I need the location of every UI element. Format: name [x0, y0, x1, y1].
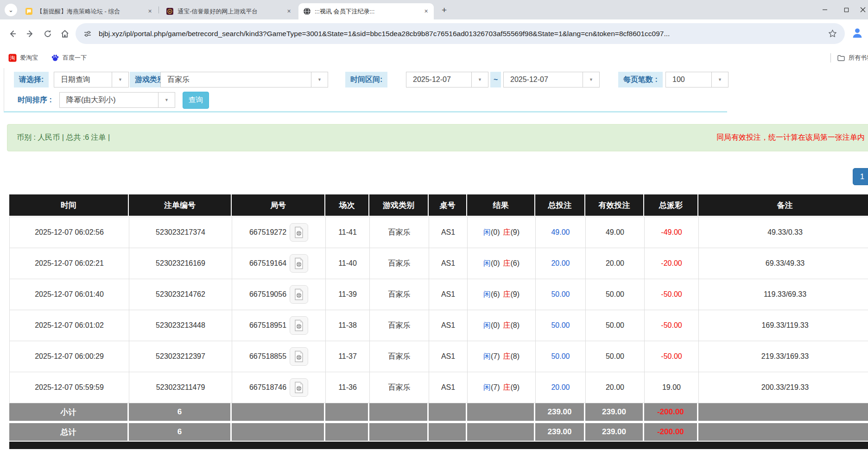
tab-close-icon[interactable]: × — [422, 7, 430, 15]
svg-text:淘: 淘 — [10, 55, 15, 61]
cell-round-id: 667519164 — [232, 248, 326, 279]
window-close-button[interactable] — [852, 0, 868, 19]
pagination-page-1[interactable]: 1 — [853, 168, 868, 185]
bookmark-aitaobao[interactable]: 淘 爱淘宝 — [8, 52, 38, 63]
cell-time: 2025-12-07 06:02:56 — [10, 217, 129, 248]
cell-valid-bet: 50.00 — [586, 279, 645, 310]
cell-total-bet[interactable]: 20.00 — [536, 248, 586, 279]
back-icon[interactable] — [6, 28, 19, 40]
column-header: 有效投注 — [585, 194, 644, 216]
date-from-select[interactable]: 2025-12-07 ▼ — [406, 72, 488, 87]
address-bar[interactable]: bjbj.xyz/ipl/portal.php/game/betrecord_s… — [76, 23, 845, 44]
tab-2[interactable]: 通宝-信誉最好的网上游戏平台 × — [161, 3, 297, 19]
player-result: 闲 — [483, 259, 491, 267]
subtotal-row-cell: 239.00 — [585, 403, 644, 421]
round-replay-button[interactable] — [290, 254, 308, 273]
tab-3-active[interactable]: :::视讯 会员下注纪录::: × — [298, 3, 434, 19]
cell-note: 119.33/69.33 — [699, 279, 868, 310]
bookmark-star-icon[interactable] — [828, 29, 837, 38]
chevron-down-icon[interactable]: ▼ — [112, 72, 128, 87]
date-from-value: 2025-12-07 — [413, 75, 451, 84]
cell-round-id: 667518951 — [232, 310, 326, 341]
cell-total-bet[interactable]: 50.00 — [536, 341, 586, 372]
cell-table-code: AS1 — [429, 279, 468, 310]
tab-close-icon[interactable]: × — [285, 7, 293, 15]
round-replay-button[interactable] — [290, 347, 308, 366]
tab-1[interactable]: 【新提醒】海燕策略论坛 - 综合 × — [20, 3, 158, 19]
home-icon[interactable] — [59, 28, 71, 40]
site-settings-tune-icon[interactable] — [83, 29, 92, 38]
forward-icon[interactable] — [24, 28, 36, 40]
subtotal-row: 小计6239.00239.00-200.00 — [9, 403, 868, 421]
cell-note: 200.33/219.33 — [699, 372, 868, 403]
cell-total-bet[interactable]: 50.00 — [536, 279, 586, 310]
bookmark-label: 爱淘宝 — [20, 54, 38, 62]
chevron-down-icon[interactable]: ▼ — [471, 72, 488, 87]
reload-icon[interactable] — [42, 28, 54, 40]
table-header-row: 时间注单编号局号场次游戏类别桌号结果总投注有效投注总派彩备注 — [9, 194, 868, 216]
round-replay-button[interactable] — [290, 285, 308, 304]
tab-close-icon[interactable]: × — [146, 7, 154, 15]
all-bookmarks-button[interactable]: 所有书签 — [837, 52, 868, 63]
subtotal-row-cell — [429, 403, 467, 421]
tab-search-chevron-icon[interactable]: ⌄ — [5, 4, 17, 16]
chevron-down-icon[interactable]: ▼ — [158, 93, 175, 107]
player-result: 闲 — [483, 321, 491, 329]
video-replay-icon — [294, 350, 304, 362]
round-replay-button[interactable] — [290, 316, 308, 335]
sort-select[interactable]: 降幂(由大到小) ▼ — [59, 92, 175, 108]
chevron-down-icon[interactable]: ▼ — [583, 72, 599, 87]
column-header: 备注 — [698, 194, 868, 216]
subtotal-row-cell — [369, 403, 429, 421]
banker-result: 庄 — [503, 228, 511, 236]
cell-time: 2025-12-07 06:00:29 — [10, 341, 129, 372]
table-row: 2025-12-07 06:01:02523023213448667518951… — [10, 310, 868, 341]
table-row: 2025-12-07 05:59:59523023211479667518746… — [10, 372, 868, 403]
total-row: 总计6239.00239.00-200.00 — [9, 423, 868, 441]
tab-title: :::视讯 会员下注纪录::: — [315, 7, 419, 16]
new-tab-button[interactable]: + — [438, 4, 450, 16]
subtotal-row-cell — [467, 403, 535, 421]
round-replay-button[interactable] — [290, 223, 308, 242]
all-bookmarks-label: 所有书签 — [849, 54, 868, 62]
column-header: 注单编号 — [129, 194, 232, 216]
cell-bet-id: 523023216169 — [129, 248, 232, 279]
game-type-select[interactable]: 百家乐 ▼ — [160, 72, 328, 87]
query-type-select[interactable]: 日期查询 ▼ — [54, 72, 129, 87]
forum-favicon-icon — [25, 7, 33, 15]
video-replay-icon — [294, 288, 304, 300]
bookmark-baidu[interactable]: 百度一下 — [51, 52, 87, 63]
cell-total-bet[interactable]: 20.00 — [536, 372, 586, 403]
page-size-select[interactable]: 100 ▼ — [665, 72, 729, 87]
banker-result: 庄 — [503, 383, 511, 391]
date-to-select[interactable]: 2025-12-07 ▼ — [503, 72, 600, 87]
cell-time: 2025-12-07 06:01:40 — [10, 279, 129, 310]
player-result: 闲 — [483, 228, 491, 236]
cell-result: 闲(0)庄(6) — [468, 248, 536, 279]
round-replay-button[interactable] — [290, 378, 308, 397]
cell-total-bet[interactable]: 49.00 — [536, 217, 586, 248]
search-button[interactable]: 查询 — [183, 92, 209, 109]
game-type-value: 百家乐 — [167, 75, 190, 85]
cell-result: 闲(0)庄(8) — [468, 310, 536, 341]
url-text[interactable]: bjbj.xyz/ipl/portal.php/game/betrecord_s… — [99, 30, 828, 38]
profile-avatar-icon[interactable] — [851, 26, 864, 39]
cell-total-bet[interactable]: 50.00 — [536, 310, 586, 341]
cell-session: 11-36 — [326, 372, 370, 403]
total-row-cell — [467, 423, 535, 441]
cell-game-type: 百家乐 — [370, 217, 429, 248]
window-minimize-button[interactable] — [814, 0, 836, 19]
chevron-down-icon[interactable]: ▼ — [711, 72, 728, 87]
column-header: 结果 — [467, 194, 535, 216]
cell-game-type: 百家乐 — [370, 248, 429, 279]
browser-toolbar: bjbj.xyz/ipl/portal.php/game/betrecord_s… — [0, 19, 868, 48]
cell-game-type: 百家乐 — [370, 372, 429, 403]
cell-table-code: AS1 — [429, 341, 468, 372]
chevron-down-icon[interactable]: ▼ — [311, 72, 328, 87]
page-size-value: 100 — [672, 75, 685, 84]
page-size-label: 每页笔数 : — [618, 72, 663, 87]
total-row-cell: 6 — [129, 423, 232, 441]
cell-table-code: AS1 — [429, 217, 468, 248]
cell-bet-id: 523023211479 — [129, 372, 232, 403]
column-header: 总投注 — [535, 194, 585, 216]
